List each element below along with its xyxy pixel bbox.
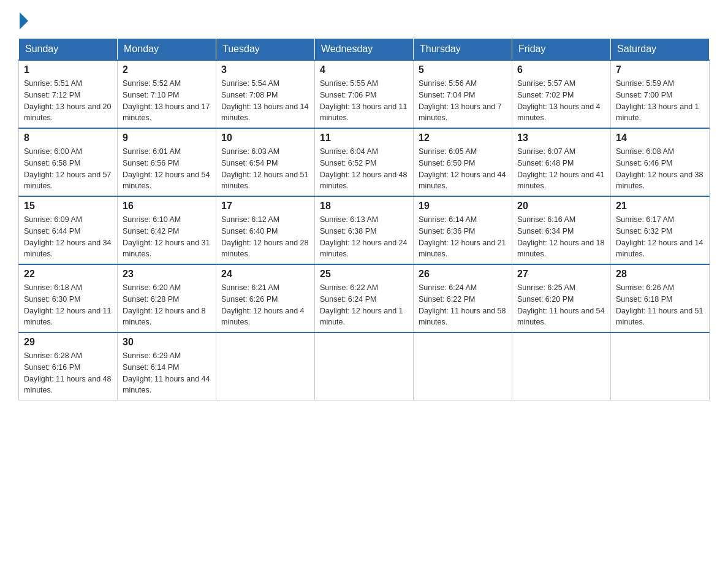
calendar-cell [315, 332, 414, 400]
day-number: 22 [24, 269, 112, 280]
calendar-cell: 28Sunrise: 6:26 AMSunset: 6:18 PMDayligh… [611, 264, 710, 332]
calendar-cell [414, 332, 512, 400]
calendar-cell [512, 332, 611, 400]
calendar-cell: 11Sunrise: 6:04 AMSunset: 6:52 PMDayligh… [315, 128, 414, 196]
day-number: 25 [320, 269, 408, 280]
day-info: Sunrise: 6:07 AMSunset: 6:48 PMDaylight:… [517, 146, 605, 192]
weekday-header-monday: Monday [118, 39, 216, 61]
day-info: Sunrise: 6:29 AMSunset: 6:14 PMDaylight:… [123, 350, 211, 396]
day-info: Sunrise: 6:24 AMSunset: 6:22 PMDaylight:… [419, 282, 507, 328]
calendar-cell [216, 332, 315, 400]
day-info: Sunrise: 6:14 AMSunset: 6:36 PMDaylight:… [419, 214, 507, 260]
day-number: 23 [123, 269, 211, 280]
weekday-header-thursday: Thursday [414, 39, 512, 61]
day-number: 3 [221, 64, 309, 75]
day-info: Sunrise: 6:09 AMSunset: 6:44 PMDaylight:… [24, 214, 112, 260]
day-info: Sunrise: 5:57 AMSunset: 7:02 PMDaylight:… [517, 78, 605, 124]
calendar-week-row: 1Sunrise: 5:51 AMSunset: 7:12 PMDaylight… [19, 60, 710, 128]
calendar-cell: 2Sunrise: 5:52 AMSunset: 7:10 PMDaylight… [118, 60, 216, 128]
day-number: 5 [419, 64, 507, 75]
logo [18, 12, 28, 32]
calendar-cell: 5Sunrise: 5:56 AMSunset: 7:04 PMDaylight… [414, 60, 512, 128]
day-info: Sunrise: 5:59 AMSunset: 7:00 PMDaylight:… [616, 78, 704, 124]
logo-triangle-icon [20, 12, 28, 29]
day-info: Sunrise: 6:10 AMSunset: 6:42 PMDaylight:… [123, 214, 211, 260]
calendar-cell: 10Sunrise: 6:03 AMSunset: 6:54 PMDayligh… [216, 128, 315, 196]
day-number: 6 [517, 64, 605, 75]
logo-blue-part [18, 12, 28, 32]
day-number: 14 [616, 132, 704, 144]
calendar-cell: 24Sunrise: 6:21 AMSunset: 6:26 PMDayligh… [216, 264, 315, 332]
weekday-header-row: SundayMondayTuesdayWednesdayThursdayFrid… [19, 39, 710, 61]
day-number: 16 [123, 201, 211, 212]
weekday-header-friday: Friday [512, 39, 611, 61]
calendar-cell: 23Sunrise: 6:20 AMSunset: 6:28 PMDayligh… [118, 264, 216, 332]
calendar-cell: 12Sunrise: 6:05 AMSunset: 6:50 PMDayligh… [414, 128, 512, 196]
day-number: 11 [320, 132, 408, 144]
day-number: 18 [320, 201, 408, 212]
calendar-cell: 8Sunrise: 6:00 AMSunset: 6:58 PMDaylight… [19, 128, 118, 196]
day-info: Sunrise: 6:20 AMSunset: 6:28 PMDaylight:… [123, 282, 211, 328]
day-info: Sunrise: 6:26 AMSunset: 6:18 PMDaylight:… [616, 282, 704, 328]
day-number: 29 [24, 337, 112, 348]
page-header [18, 12, 710, 32]
calendar-cell: 21Sunrise: 6:17 AMSunset: 6:32 PMDayligh… [611, 196, 710, 264]
day-number: 27 [517, 269, 605, 280]
calendar-cell: 6Sunrise: 5:57 AMSunset: 7:02 PMDaylight… [512, 60, 611, 128]
day-number: 21 [616, 201, 704, 212]
calendar-cell: 9Sunrise: 6:01 AMSunset: 6:56 PMDaylight… [118, 128, 216, 196]
day-info: Sunrise: 6:18 AMSunset: 6:30 PMDaylight:… [24, 282, 112, 328]
day-info: Sunrise: 6:05 AMSunset: 6:50 PMDaylight:… [419, 146, 507, 192]
day-info: Sunrise: 6:04 AMSunset: 6:52 PMDaylight:… [320, 146, 408, 192]
day-number: 8 [24, 132, 112, 144]
day-number: 24 [221, 269, 309, 280]
day-info: Sunrise: 6:22 AMSunset: 6:24 PMDaylight:… [320, 282, 408, 328]
day-info: Sunrise: 6:16 AMSunset: 6:34 PMDaylight:… [517, 214, 605, 260]
calendar-cell: 1Sunrise: 5:51 AMSunset: 7:12 PMDaylight… [19, 60, 118, 128]
calendar-cell: 16Sunrise: 6:10 AMSunset: 6:42 PMDayligh… [118, 196, 216, 264]
calendar-week-row: 22Sunrise: 6:18 AMSunset: 6:30 PMDayligh… [19, 264, 710, 332]
day-number: 13 [517, 132, 605, 144]
day-info: Sunrise: 6:28 AMSunset: 6:16 PMDaylight:… [24, 350, 112, 396]
day-number: 1 [24, 64, 112, 75]
day-number: 4 [320, 64, 408, 75]
weekday-header-sunday: Sunday [19, 39, 118, 61]
calendar-cell: 30Sunrise: 6:29 AMSunset: 6:14 PMDayligh… [118, 332, 216, 400]
calendar-cell: 13Sunrise: 6:07 AMSunset: 6:48 PMDayligh… [512, 128, 611, 196]
calendar-cell: 4Sunrise: 5:55 AMSunset: 7:06 PMDaylight… [315, 60, 414, 128]
day-number: 2 [123, 64, 211, 75]
calendar-week-row: 15Sunrise: 6:09 AMSunset: 6:44 PMDayligh… [19, 196, 710, 264]
day-info: Sunrise: 5:54 AMSunset: 7:08 PMDaylight:… [221, 78, 309, 124]
calendar-week-row: 29Sunrise: 6:28 AMSunset: 6:16 PMDayligh… [19, 332, 710, 400]
calendar-cell: 18Sunrise: 6:13 AMSunset: 6:38 PMDayligh… [315, 196, 414, 264]
calendar-cell: 7Sunrise: 5:59 AMSunset: 7:00 PMDaylight… [611, 60, 710, 128]
day-info: Sunrise: 6:00 AMSunset: 6:58 PMDaylight:… [24, 146, 112, 192]
day-number: 15 [24, 201, 112, 212]
day-info: Sunrise: 6:21 AMSunset: 6:26 PMDaylight:… [221, 282, 309, 328]
day-number: 19 [419, 201, 507, 212]
day-info: Sunrise: 5:52 AMSunset: 7:10 PMDaylight:… [123, 78, 211, 124]
weekday-header-tuesday: Tuesday [216, 39, 315, 61]
calendar-cell: 22Sunrise: 6:18 AMSunset: 6:30 PMDayligh… [19, 264, 118, 332]
day-number: 7 [616, 64, 704, 75]
day-info: Sunrise: 6:17 AMSunset: 6:32 PMDaylight:… [616, 214, 704, 260]
day-number: 10 [221, 132, 309, 144]
day-number: 28 [616, 269, 704, 280]
calendar-cell: 19Sunrise: 6:14 AMSunset: 6:36 PMDayligh… [414, 196, 512, 264]
calendar-cell: 29Sunrise: 6:28 AMSunset: 6:16 PMDayligh… [19, 332, 118, 400]
day-info: Sunrise: 6:25 AMSunset: 6:20 PMDaylight:… [517, 282, 605, 328]
day-info: Sunrise: 5:51 AMSunset: 7:12 PMDaylight:… [24, 78, 112, 124]
day-number: 9 [123, 132, 211, 144]
day-info: Sunrise: 6:08 AMSunset: 6:46 PMDaylight:… [616, 146, 704, 192]
weekday-header-saturday: Saturday [611, 39, 710, 61]
day-number: 20 [517, 201, 605, 212]
day-info: Sunrise: 6:01 AMSunset: 6:56 PMDaylight:… [123, 146, 211, 192]
calendar-week-row: 8Sunrise: 6:00 AMSunset: 6:58 PMDaylight… [19, 128, 710, 196]
day-number: 17 [221, 201, 309, 212]
day-info: Sunrise: 5:56 AMSunset: 7:04 PMDaylight:… [419, 78, 507, 124]
calendar-cell: 26Sunrise: 6:24 AMSunset: 6:22 PMDayligh… [414, 264, 512, 332]
day-info: Sunrise: 6:13 AMSunset: 6:38 PMDaylight:… [320, 214, 408, 260]
calendar-cell: 20Sunrise: 6:16 AMSunset: 6:34 PMDayligh… [512, 196, 611, 264]
calendar-cell: 25Sunrise: 6:22 AMSunset: 6:24 PMDayligh… [315, 264, 414, 332]
weekday-header-wednesday: Wednesday [315, 39, 414, 61]
